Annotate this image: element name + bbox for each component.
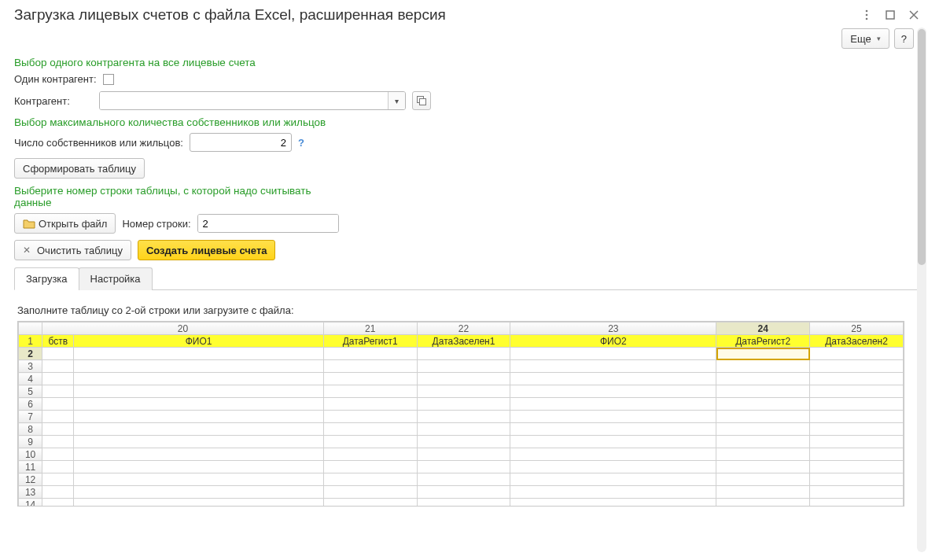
grid-cell[interactable] (510, 486, 716, 499)
grid[interactable]: 2021222324251бствФИО1ДатаРегист1ДатаЗасе… (17, 321, 904, 507)
grid-cell[interactable] (417, 360, 510, 373)
grid-cell[interactable] (510, 385, 716, 398)
grid-cell[interactable] (323, 373, 417, 385)
grid-cell[interactable] (323, 473, 417, 486)
close-icon[interactable] (908, 9, 920, 21)
grid-cell[interactable] (510, 360, 716, 373)
scrollbar-thumb[interactable] (918, 29, 926, 265)
grid-cell[interactable] (74, 423, 323, 436)
header-cell[interactable]: ФИО2 (510, 335, 716, 348)
grid-cell[interactable] (716, 499, 810, 507)
row-number[interactable]: 12 (19, 473, 42, 486)
grid-cell[interactable] (74, 411, 323, 423)
grid-cell[interactable] (323, 436, 417, 448)
grid-cell[interactable] (74, 499, 323, 507)
grid-cell[interactable] (74, 360, 323, 373)
clear-table-button[interactable]: ✕ Очистить таблицу (14, 240, 131, 260)
header-cell[interactable]: ФИО1 (74, 335, 323, 348)
grid-cell[interactable] (42, 348, 74, 360)
grid-cell[interactable] (417, 448, 510, 461)
column-header[interactable]: 25 (810, 322, 904, 335)
grid-cell[interactable] (716, 486, 810, 499)
row-number[interactable]: 11 (19, 461, 42, 473)
grid-cell[interactable] (810, 499, 904, 507)
grid-cell[interactable] (716, 398, 810, 411)
grid-cell[interactable] (323, 385, 417, 398)
chevron-down-icon[interactable]: ▾ (388, 92, 405, 109)
grid-cell[interactable] (42, 499, 74, 507)
contragent-input[interactable] (100, 92, 388, 109)
grid-cell[interactable] (810, 473, 904, 486)
help-icon[interactable]: ? (298, 137, 304, 149)
row-number[interactable]: 5 (19, 385, 42, 398)
header-cell[interactable]: ДатаЗаселен1 (417, 335, 510, 348)
grid-cell[interactable] (810, 436, 904, 448)
row-number-combo[interactable]: ▾ (197, 214, 339, 233)
grid-cell[interactable] (716, 473, 810, 486)
grid-cell[interactable] (42, 385, 74, 398)
open-reference-button[interactable] (412, 91, 431, 110)
row-number[interactable]: 13 (19, 486, 42, 499)
grid-cell[interactable] (810, 461, 904, 473)
grid-cell[interactable] (716, 411, 810, 423)
grid-cell[interactable] (417, 348, 510, 360)
grid-cell[interactable] (74, 373, 323, 385)
grid-cell[interactable] (810, 348, 904, 360)
row-number[interactable]: 2 (19, 348, 42, 360)
grid-cell[interactable] (323, 398, 417, 411)
row-number[interactable]: 3 (19, 360, 42, 373)
grid-cell[interactable] (74, 448, 323, 461)
column-header[interactable]: 22 (417, 322, 510, 335)
count-input[interactable] (190, 133, 292, 152)
column-header[interactable]: 23 (510, 322, 716, 335)
contragent-combo[interactable]: ▾ (99, 91, 406, 110)
grid-cell[interactable] (417, 423, 510, 436)
grid-cell[interactable] (810, 360, 904, 373)
tab-load[interactable]: Загрузка (14, 267, 79, 290)
grid-cell[interactable] (323, 348, 417, 360)
row-number[interactable]: 10 (19, 448, 42, 461)
grid-cell[interactable] (510, 373, 716, 385)
header-cell[interactable]: бств (42, 335, 74, 348)
grid-cell[interactable] (510, 348, 716, 360)
row-number[interactable]: 8 (19, 423, 42, 436)
grid-cell[interactable] (810, 486, 904, 499)
grid-cell[interactable] (716, 436, 810, 448)
grid-cell[interactable] (417, 499, 510, 507)
grid-cell[interactable] (510, 436, 716, 448)
grid-cell[interactable] (42, 411, 74, 423)
grid-cell[interactable] (74, 348, 323, 360)
grid-cell[interactable] (810, 411, 904, 423)
grid-cell[interactable] (810, 373, 904, 385)
grid-cell[interactable] (510, 499, 716, 507)
grid-cell[interactable] (323, 360, 417, 373)
header-cell[interactable]: ДатаРегист1 (323, 335, 417, 348)
row-number[interactable]: 4 (19, 373, 42, 385)
grid-cell[interactable] (417, 385, 510, 398)
column-header[interactable]: 21 (323, 322, 417, 335)
grid-cell[interactable] (42, 373, 74, 385)
grid-cell[interactable] (716, 423, 810, 436)
grid-cell[interactable] (417, 473, 510, 486)
grid-cell[interactable] (74, 398, 323, 411)
grid-cell[interactable] (74, 461, 323, 473)
grid-cell[interactable] (42, 448, 74, 461)
row-number[interactable]: 7 (19, 411, 42, 423)
grid-cell[interactable] (417, 461, 510, 473)
grid-cell[interactable] (510, 448, 716, 461)
grid-cell[interactable] (716, 348, 810, 360)
tab-settings[interactable]: Настройка (79, 267, 153, 290)
grid-cell[interactable] (810, 423, 904, 436)
grid-cell[interactable] (42, 398, 74, 411)
grid-cell[interactable] (810, 398, 904, 411)
grid-cell[interactable] (510, 398, 716, 411)
grid-cell[interactable] (417, 436, 510, 448)
grid-cell[interactable] (323, 461, 417, 473)
grid-cell[interactable] (716, 360, 810, 373)
grid-cell[interactable] (510, 411, 716, 423)
row-number[interactable]: 9 (19, 436, 42, 448)
create-accounts-button[interactable]: Создать лицевые счета (138, 240, 276, 260)
grid-cell[interactable] (74, 473, 323, 486)
form-table-button[interactable]: Сформировать таблицу (14, 158, 145, 179)
grid-cell[interactable] (716, 448, 810, 461)
